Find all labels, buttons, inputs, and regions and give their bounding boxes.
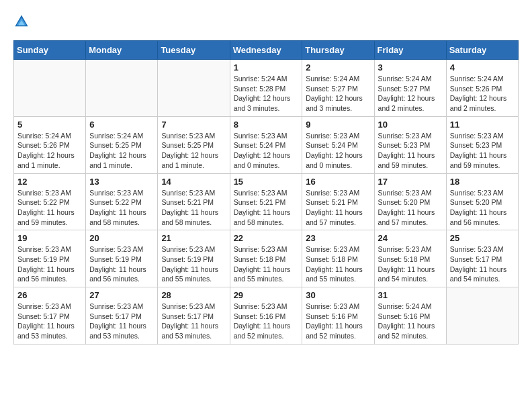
day-number: 7 — [161, 120, 226, 130]
day-info: Sunrise: 5:23 AMSunset: 5:16 PMDaylight:… — [306, 302, 370, 341]
day-info: Sunrise: 5:24 AMSunset: 5:27 PMDaylight:… — [378, 74, 443, 113]
weekday-header-sunday: Sunday — [14, 41, 86, 60]
calendar-cell: 7Sunrise: 5:23 AMSunset: 5:25 PMDaylight… — [158, 116, 230, 173]
day-info: Sunrise: 5:23 AMSunset: 5:18 PMDaylight:… — [306, 244, 370, 284]
day-info: Sunrise: 5:24 AMSunset: 5:25 PMDaylight:… — [89, 131, 154, 171]
calendar-week-row: 19Sunrise: 5:23 AMSunset: 5:19 PMDayligh… — [14, 230, 519, 287]
day-info: Sunrise: 5:24 AMSunset: 5:16 PMDaylight:… — [378, 302, 443, 341]
day-info: Sunrise: 5:23 AMSunset: 5:24 PMDaylight:… — [234, 131, 299, 171]
day-info: Sunrise: 5:23 AMSunset: 5:22 PMDaylight:… — [89, 188, 154, 228]
day-info: Sunrise: 5:24 AMSunset: 5:26 PMDaylight:… — [450, 74, 515, 113]
day-number: 2 — [306, 62, 370, 73]
day-info: Sunrise: 5:23 AMSunset: 5:19 PMDaylight:… — [161, 244, 226, 284]
calendar-week-row: 5Sunrise: 5:24 AMSunset: 5:26 PMDaylight… — [14, 116, 519, 173]
calendar-week-row: 12Sunrise: 5:23 AMSunset: 5:22 PMDayligh… — [14, 173, 519, 230]
day-number: 19 — [17, 233, 82, 243]
day-number: 11 — [450, 120, 515, 130]
calendar-cell — [14, 60, 86, 117]
day-info: Sunrise: 5:23 AMSunset: 5:22 PMDaylight:… — [17, 188, 82, 228]
weekday-header-friday: Friday — [374, 41, 446, 60]
day-number: 29 — [234, 290, 299, 300]
day-info: Sunrise: 5:23 AMSunset: 5:23 PMDaylight:… — [450, 131, 515, 171]
day-info: Sunrise: 5:24 AMSunset: 5:26 PMDaylight:… — [17, 131, 82, 171]
day-number: 3 — [378, 62, 443, 73]
calendar-cell: 12Sunrise: 5:23 AMSunset: 5:22 PMDayligh… — [14, 173, 86, 230]
calendar-cell: 22Sunrise: 5:23 AMSunset: 5:18 PMDayligh… — [230, 230, 302, 287]
calendar-cell: 4Sunrise: 5:24 AMSunset: 5:26 PMDaylight… — [446, 60, 518, 117]
day-number: 10 — [378, 120, 443, 130]
calendar-cell: 18Sunrise: 5:23 AMSunset: 5:20 PMDayligh… — [446, 173, 518, 230]
calendar-cell: 28Sunrise: 5:23 AMSunset: 5:17 PMDayligh… — [158, 287, 230, 345]
calendar-cell: 9Sunrise: 5:23 AMSunset: 5:24 PMDaylight… — [302, 116, 374, 173]
day-number: 20 — [89, 233, 154, 243]
day-info: Sunrise: 5:23 AMSunset: 5:19 PMDaylight:… — [17, 244, 82, 284]
day-number: 25 — [450, 233, 515, 243]
calendar-cell: 10Sunrise: 5:23 AMSunset: 5:23 PMDayligh… — [374, 116, 446, 173]
calendar-cell: 3Sunrise: 5:24 AMSunset: 5:27 PMDaylight… — [374, 60, 446, 117]
weekday-header-monday: Monday — [86, 41, 158, 60]
page-header — [13, 13, 519, 30]
day-info: Sunrise: 5:23 AMSunset: 5:17 PMDaylight:… — [17, 302, 82, 341]
weekday-header-row: SundayMondayTuesdayWednesdayThursdayFrid… — [14, 41, 519, 60]
calendar-cell: 1Sunrise: 5:24 AMSunset: 5:28 PMDaylight… — [230, 60, 302, 117]
day-number: 1 — [234, 62, 299, 73]
calendar-cell: 2Sunrise: 5:24 AMSunset: 5:27 PMDaylight… — [302, 60, 374, 117]
day-info: Sunrise: 5:24 AMSunset: 5:27 PMDaylight:… — [306, 74, 370, 113]
calendar-cell: 14Sunrise: 5:23 AMSunset: 5:21 PMDayligh… — [158, 173, 230, 230]
day-number: 16 — [306, 177, 370, 187]
day-info: Sunrise: 5:24 AMSunset: 5:28 PMDaylight:… — [234, 74, 299, 113]
logo-icon — [13, 13, 30, 30]
day-info: Sunrise: 5:23 AMSunset: 5:24 PMDaylight:… — [306, 131, 370, 171]
calendar-cell: 15Sunrise: 5:23 AMSunset: 5:21 PMDayligh… — [230, 173, 302, 230]
day-info: Sunrise: 5:23 AMSunset: 5:20 PMDaylight:… — [450, 188, 515, 228]
day-info: Sunrise: 5:23 AMSunset: 5:20 PMDaylight:… — [378, 188, 443, 228]
calendar-cell: 24Sunrise: 5:23 AMSunset: 5:18 PMDayligh… — [374, 230, 446, 287]
day-info: Sunrise: 5:23 AMSunset: 5:18 PMDaylight:… — [378, 244, 443, 284]
calendar-cell — [86, 60, 158, 117]
weekday-header-wednesday: Wednesday — [230, 41, 302, 60]
calendar-cell: 17Sunrise: 5:23 AMSunset: 5:20 PMDayligh… — [374, 173, 446, 230]
calendar-cell — [446, 287, 518, 345]
calendar-week-row: 1Sunrise: 5:24 AMSunset: 5:28 PMDaylight… — [14, 60, 519, 117]
calendar-cell: 30Sunrise: 5:23 AMSunset: 5:16 PMDayligh… — [302, 287, 374, 345]
day-info: Sunrise: 5:23 AMSunset: 5:21 PMDaylight:… — [306, 188, 370, 228]
day-number: 27 — [89, 290, 154, 300]
calendar-cell: 19Sunrise: 5:23 AMSunset: 5:19 PMDayligh… — [14, 230, 86, 287]
day-number: 21 — [161, 233, 226, 243]
calendar-cell: 21Sunrise: 5:23 AMSunset: 5:19 PMDayligh… — [158, 230, 230, 287]
day-number: 23 — [306, 233, 370, 243]
day-info: Sunrise: 5:23 AMSunset: 5:17 PMDaylight:… — [89, 302, 154, 341]
calendar-cell: 29Sunrise: 5:23 AMSunset: 5:16 PMDayligh… — [230, 287, 302, 345]
calendar-cell: 23Sunrise: 5:23 AMSunset: 5:18 PMDayligh… — [302, 230, 374, 287]
day-info: Sunrise: 5:23 AMSunset: 5:16 PMDaylight:… — [234, 302, 299, 341]
day-info: Sunrise: 5:23 AMSunset: 5:21 PMDaylight:… — [161, 188, 226, 228]
calendar-cell — [158, 60, 230, 117]
day-number: 26 — [17, 290, 82, 300]
day-number: 28 — [161, 290, 226, 300]
day-number: 31 — [378, 290, 443, 300]
calendar-table: SundayMondayTuesdayWednesdayThursdayFrid… — [13, 40, 519, 345]
calendar-cell: 6Sunrise: 5:24 AMSunset: 5:25 PMDaylight… — [86, 116, 158, 173]
day-number: 8 — [234, 120, 299, 130]
day-number: 5 — [17, 120, 82, 130]
day-number: 30 — [306, 290, 370, 300]
day-number: 6 — [89, 120, 154, 130]
calendar-cell: 11Sunrise: 5:23 AMSunset: 5:23 PMDayligh… — [446, 116, 518, 173]
calendar-cell: 25Sunrise: 5:23 AMSunset: 5:17 PMDayligh… — [446, 230, 518, 287]
calendar-cell: 31Sunrise: 5:24 AMSunset: 5:16 PMDayligh… — [374, 287, 446, 345]
day-info: Sunrise: 5:23 AMSunset: 5:17 PMDaylight:… — [450, 244, 515, 284]
day-info: Sunrise: 5:23 AMSunset: 5:17 PMDaylight:… — [161, 302, 226, 341]
day-number: 18 — [450, 177, 515, 187]
day-info: Sunrise: 5:23 AMSunset: 5:18 PMDaylight:… — [234, 244, 299, 284]
calendar-cell: 13Sunrise: 5:23 AMSunset: 5:22 PMDayligh… — [86, 173, 158, 230]
day-info: Sunrise: 5:23 AMSunset: 5:21 PMDaylight:… — [234, 188, 299, 228]
day-number: 15 — [234, 177, 299, 187]
day-number: 22 — [234, 233, 299, 243]
day-number: 9 — [306, 120, 370, 130]
calendar-cell: 16Sunrise: 5:23 AMSunset: 5:21 PMDayligh… — [302, 173, 374, 230]
calendar-cell: 8Sunrise: 5:23 AMSunset: 5:24 PMDaylight… — [230, 116, 302, 173]
calendar-cell: 26Sunrise: 5:23 AMSunset: 5:17 PMDayligh… — [14, 287, 86, 345]
calendar-cell: 27Sunrise: 5:23 AMSunset: 5:17 PMDayligh… — [86, 287, 158, 345]
day-number: 12 — [17, 177, 82, 187]
weekday-header-tuesday: Tuesday — [158, 41, 230, 60]
